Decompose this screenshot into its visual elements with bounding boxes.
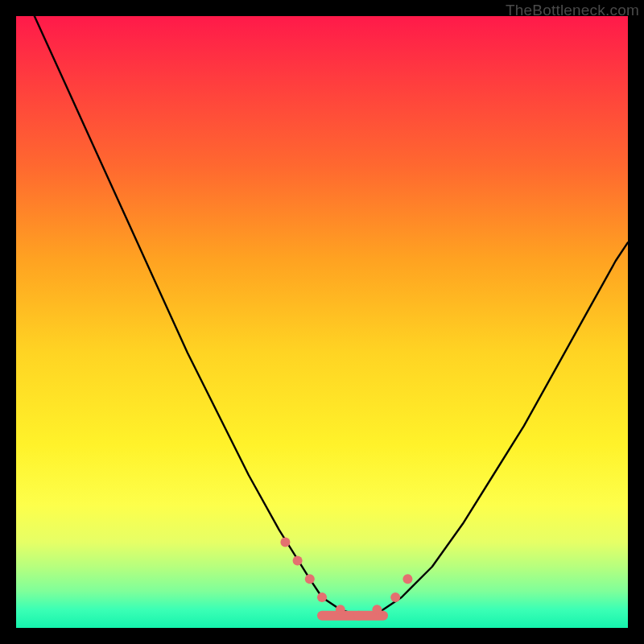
valley-marker [293,555,303,565]
curve-group [35,16,628,616]
watermark-label: TheBottleneck.com [506,2,639,19]
curve-svg [16,16,628,628]
valley-marker [317,592,327,602]
valley-marker [354,611,364,621]
plot-area [16,16,628,628]
valley-marker [305,574,315,584]
valley-marker [336,605,345,614]
valley-marker [372,605,382,614]
valley-marker [280,538,290,547]
chart-frame: TheBottleneck.com [0,0,644,644]
valley-marker [402,574,412,584]
bottleneck-curve [35,16,628,616]
marker-group [280,538,412,621]
valley-marker [390,592,400,602]
